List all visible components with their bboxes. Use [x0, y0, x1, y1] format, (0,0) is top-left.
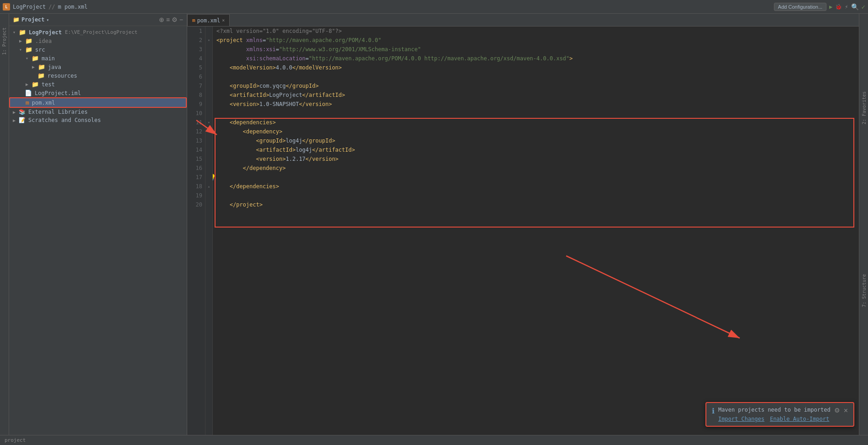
tree-item-src[interactable]: ▾ 📁 src — [9, 45, 187, 54]
src-label: src — [35, 47, 45, 53]
notification-close-button[interactable]: × — [844, 407, 848, 415]
notification-message: Maven projects need to be imported — [718, 407, 831, 413]
tree-container: ▾ 📁 LogProject E:\VE_Project\LogProject … — [9, 26, 187, 435]
root-expand-arrow: ▾ — [13, 30, 17, 35]
notification-actions: Import Changes Enable Auto-Import — [718, 416, 831, 422]
tree-item-external[interactable]: ▶ 📚 External Libraries — [9, 108, 187, 116]
code-line-20: </project> — [216, 200, 855, 209]
resources-folder-icon: 📁 — [37, 72, 45, 79]
scratches-icon: 📝 — [19, 117, 26, 123]
test-folder-icon: 📁 — [32, 81, 39, 88]
code-content[interactable]: <?xml version="1.0" encoding="UTF-8"?> <… — [213, 26, 859, 435]
external-label: External Libraries — [28, 109, 88, 115]
src-expand-arrow: ▾ — [19, 47, 24, 52]
main-label: main — [42, 55, 55, 62]
notification-info-icon: ℹ — [712, 407, 715, 415]
tree-item-pom[interactable]: m pom.xml — [9, 97, 187, 108]
code-line-16: </dependency> — [216, 164, 855, 173]
project-name: LogProject — [13, 4, 46, 10]
code-line-7: <groupId>com.yqcg</groupId> — [216, 81, 855, 90]
code-line-13: <groupId>log4j</groupId> — [216, 136, 855, 145]
pom-icon: m — [26, 99, 29, 106]
vertical-tab-3[interactable]: 7: Structure — [862, 274, 867, 307]
maven-notification-popup: ℹ Maven projects need to be imported Imp… — [705, 402, 854, 427]
fold-gutter: ▾ ▾ ▾ ▴ — [205, 26, 213, 435]
idea-folder-icon: 📁 — [25, 37, 32, 44]
tree-item-iml[interactable]: 📄 LogProject.iml — [9, 89, 187, 97]
main-folder-icon: 📁 — [32, 55, 39, 62]
notification-settings-button[interactable]: ⚙ — [834, 407, 840, 414]
project-sidebar: 📁 Project ▾ ⊕ ≡ ⚙ − ▾ 📁 LogProject — [9, 14, 187, 435]
code-line-6 — [216, 72, 855, 81]
right-side-panel: 2: Favorites 7: Structure — [859, 14, 868, 435]
code-line-1: <?xml version="1.0" encoding="UTF-8"?> — [216, 26, 855, 36]
check-mark: ✓ — [862, 3, 865, 11]
tree-item-resources[interactable]: 📁 resources — [9, 71, 187, 80]
main-expand-arrow: ▾ — [26, 56, 30, 61]
code-line-9: <version>1.0-SNAPSHOT</version> — [216, 100, 855, 109]
code-line-5: <modelVersion>4.0.0</modelVersion> — [216, 63, 855, 72]
external-expand-arrow: ▶ — [13, 110, 17, 115]
editor-tabs: m pom.xml × — [187, 14, 859, 26]
code-line-18: </dependencies> — [216, 182, 855, 191]
code-editor: 1 2 3 4 5 6 7 8 9 10 11 12 13 14 15 16 1 — [187, 26, 859, 435]
vertical-tab-2[interactable]: 2: Favorites — [862, 91, 867, 124]
test-expand-arrow: ▶ — [26, 82, 30, 87]
profile-icon[interactable]: ⚡ — [845, 4, 848, 10]
tree-item-java[interactable]: ▶ 📁 java — [9, 63, 187, 71]
pom-label: pom.xml — [32, 100, 55, 106]
left-side-panel: 1: Project — [0, 14, 9, 435]
vertical-tab-1[interactable]: 1: Project — [2, 27, 7, 55]
tree-item-scratches[interactable]: ▶ 📝 Scratches and Consoles — [9, 116, 187, 124]
import-changes-link[interactable]: Import Changes — [718, 416, 764, 422]
open-file-name: m pom.xml — [58, 4, 88, 10]
root-folder-icon: 📁 — [19, 29, 26, 36]
notification-content: Maven projects need to be imported Impor… — [718, 407, 831, 422]
tree-root-item[interactable]: ▾ 📁 LogProject E:\VE_Project\LogProject — [9, 28, 187, 37]
line-numbers: 1 2 3 4 5 6 7 8 9 10 11 12 13 14 15 16 1 — [187, 26, 205, 435]
search-icon[interactable]: 🔍 — [851, 3, 859, 11]
editor-tab-pom[interactable]: m pom.xml × — [187, 14, 230, 26]
code-line-10 — [216, 109, 855, 118]
sync-button[interactable]: ⊕ — [159, 16, 164, 23]
java-label: java — [48, 64, 61, 70]
resources-label: resources — [47, 73, 77, 79]
sidebar-title: Project — [21, 16, 45, 23]
scratches-expand-arrow: ▶ — [13, 118, 17, 123]
tab-close-icon[interactable]: × — [222, 18, 225, 23]
code-line-14: <artifactId>log4j</artifactId> — [216, 145, 855, 154]
idea-label: .idea — [35, 38, 52, 44]
add-configuration-button[interactable]: Add Configuration... — [774, 3, 826, 11]
tree-item-idea[interactable]: ▶ 📁 .idea — [9, 37, 187, 45]
tree-item-test[interactable]: ▶ 📁 test — [9, 80, 187, 89]
sidebar-folder-icon: 📁 — [13, 16, 20, 23]
enable-auto-import-link[interactable]: Enable Auto-Import — [770, 416, 829, 422]
app-icon: L — [3, 3, 10, 11]
status-bar: project — [0, 435, 868, 445]
scratches-label: Scratches and Consoles — [28, 117, 101, 123]
java-expand-arrow: ▶ — [32, 64, 37, 69]
run-icon[interactable]: ▶ — [829, 4, 832, 10]
code-line-3: xmlns:xsi="http://www.w3.org/2001/XMLSch… — [216, 45, 855, 54]
iml-label: LogProject.iml — [35, 90, 81, 96]
code-line-11: <dependencies> — [216, 118, 855, 127]
collapse-button[interactable]: ≡ — [166, 16, 170, 23]
java-folder-icon: 📁 — [38, 64, 45, 70]
status-text: project — [5, 437, 26, 443]
code-line-2: <project xmlns="http://maven.apache.org/… — [216, 36, 855, 45]
code-line-12: <dependency> — [216, 127, 855, 136]
hint-bulb-icon: 💡 — [213, 173, 216, 182]
src-folder-icon: 📁 — [25, 46, 32, 53]
iml-icon: 📄 — [25, 90, 32, 96]
tab-filename: pom.xml — [197, 17, 221, 24]
code-line-4: xsi:schemaLocation="http://maven.apache.… — [216, 54, 855, 63]
code-line-17: 💡 — [216, 173, 855, 182]
test-label: test — [42, 81, 55, 88]
debug-icon[interactable]: 🐞 — [835, 4, 842, 10]
minimize-button[interactable]: − — [179, 16, 183, 23]
settings-button[interactable]: ⚙ — [172, 16, 178, 23]
sidebar-header: 📁 Project ▾ ⊕ ≡ ⚙ − — [9, 14, 187, 26]
idea-expand-arrow: ▶ — [19, 38, 24, 43]
tree-item-main[interactable]: ▾ 📁 main — [9, 54, 187, 63]
sidebar-title-arrow: ▾ — [47, 17, 49, 22]
